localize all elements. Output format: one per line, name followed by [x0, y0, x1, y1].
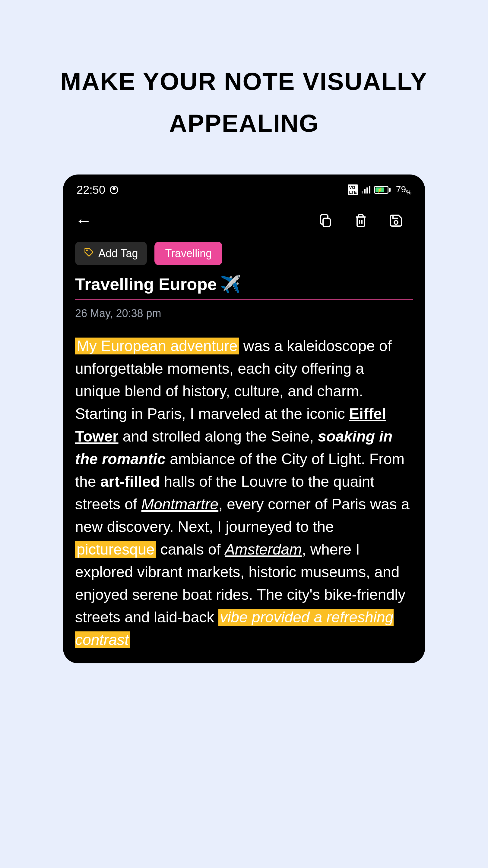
add-tag-button[interactable]: Add Tag — [75, 242, 147, 265]
tag-icon — [84, 247, 94, 260]
highlight-text: My European adventure — [75, 338, 239, 354]
status-left: 22:50 — [77, 184, 118, 196]
status-right: VOLTE ⚡ 79% — [348, 184, 411, 196]
title-divider — [75, 299, 413, 300]
tags-row: Add Tag Travelling — [63, 242, 425, 274]
toolbar: ← — [63, 203, 425, 242]
svg-point-2 — [87, 250, 87, 251]
note-date: 26 May, 20:38 pm — [63, 307, 425, 335]
copy-button[interactable] — [318, 212, 333, 230]
back-button[interactable]: ← — [75, 212, 309, 229]
status-indicator-icon — [110, 186, 118, 194]
delete-button[interactable] — [353, 212, 369, 230]
status-bar: 22:50 VOLTE ⚡ 79% — [63, 175, 425, 203]
save-button[interactable] — [388, 212, 404, 230]
add-tag-label: Add Tag — [98, 247, 138, 260]
tag-travelling[interactable]: Travelling — [154, 242, 222, 265]
italic-underline-text: Montmartre — [141, 496, 219, 513]
note-title[interactable]: Travelling Europe✈️ — [63, 274, 425, 299]
svg-rect-0 — [323, 218, 330, 227]
status-time: 22:50 — [77, 184, 105, 196]
italic-underline-text: Amsterdam — [225, 541, 302, 558]
svg-point-1 — [394, 221, 398, 224]
promo-headline: MAKE YOUR NOTE VISUALLY APPEALING — [0, 0, 488, 175]
signal-icon — [362, 186, 370, 193]
battery-percent: 79% — [396, 184, 411, 196]
highlight-text: picturesque — [75, 541, 156, 558]
bold-text: art-filled — [100, 473, 160, 490]
volte-icon: VOLTE — [348, 184, 358, 195]
phone-frame: 22:50 VOLTE ⚡ 79% — [63, 175, 425, 663]
battery-icon: ⚡ — [374, 186, 391, 194]
note-body[interactable]: My European adventure was a kaleidoscope… — [63, 335, 425, 663]
